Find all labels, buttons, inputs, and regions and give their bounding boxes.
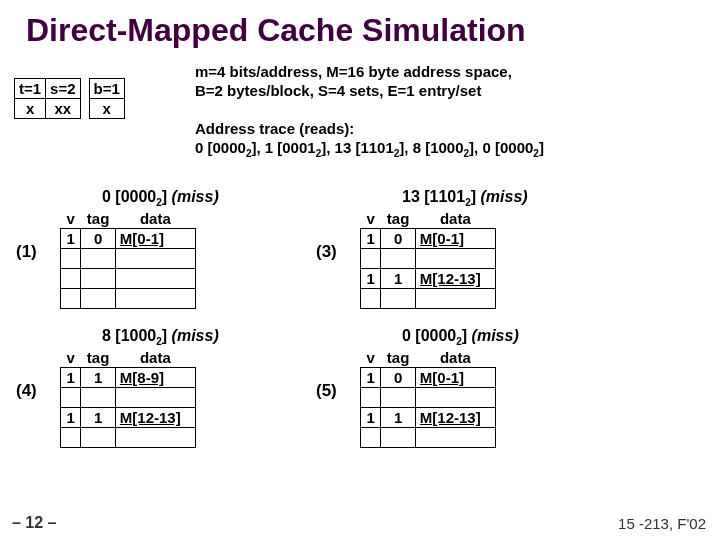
step-caption-3: 13 [11012] (miss) — [402, 188, 660, 208]
bits-bx: x — [89, 99, 124, 119]
step-5: (5) 0 [00002] (miss) vtagdata 10M[0-1] 1… — [360, 327, 660, 448]
step-caption-4: 8 [10002] (miss) — [102, 327, 360, 347]
step-label-5: (5) — [316, 381, 337, 401]
bits-sx: xx — [46, 99, 80, 119]
cache-table-3: vtagdata 10M[0-1] 11M[12-13] — [360, 210, 496, 309]
step-4: (4) 8 [10002] (miss) vtagdata 11M[8-9] 1… — [60, 327, 360, 448]
bits-t: t=1 — [15, 79, 46, 99]
cache-table-5: vtagdata 10M[0-1] 11M[12-13] — [360, 349, 496, 448]
step-1: (1) 0 [00002] (miss) vtagdata 10M[0-1] — [60, 188, 360, 309]
step-label-1: (1) — [16, 242, 37, 262]
course-id: 15 -213, F'02 — [618, 515, 706, 532]
cache-table-1: vtagdata 10M[0-1] — [60, 210, 196, 309]
address-bits-table: t=1 s=2 b=1 x xx x — [14, 78, 125, 119]
bits-s: s=2 — [46, 79, 80, 99]
cache-table-4: vtagdata 11M[8-9] 11M[12-13] — [60, 349, 196, 448]
cache-grid: (1) 0 [00002] (miss) vtagdata 10M[0-1] (… — [60, 188, 660, 466]
step-caption-1: 0 [00002] (miss) — [102, 188, 360, 208]
parameters: m=4 bits/address, M=16 byte address spac… — [195, 63, 705, 101]
slide-number: – 12 – — [12, 514, 56, 532]
step-caption-5: 0 [00002] (miss) — [402, 327, 660, 347]
step-label-3: (3) — [316, 242, 337, 262]
page-title: Direct-Mapped Cache Simulation — [26, 12, 720, 49]
step-3: (3) 13 [11012] (miss) vtagdata 10M[0-1] … — [360, 188, 660, 309]
step-label-4: (4) — [16, 381, 37, 401]
trace-line: 0 [00002], 1 [00012], 13 [11012], 8 [100… — [195, 139, 544, 156]
bits-tx: x — [15, 99, 46, 119]
address-trace: Address trace (reads): 0 [00002], 1 [000… — [195, 120, 715, 160]
bits-b: b=1 — [89, 79, 124, 99]
